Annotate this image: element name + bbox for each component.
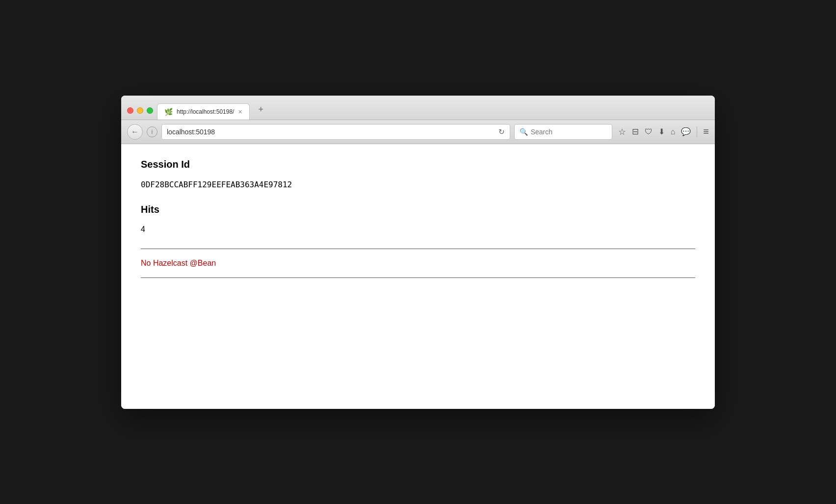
browser-window: 🌿 http://localhost:50198/ × + ← i ↻ 🔍 ☆ … [121,96,715,409]
info-icon: i [152,128,153,135]
reading-list-icon[interactable]: ⊟ [632,126,639,137]
traffic-lights [127,107,153,120]
tab-favicon: 🌿 [164,108,173,116]
address-input[interactable] [167,128,495,136]
menu-icon[interactable]: ≡ [703,126,709,137]
back-icon: ← [131,127,139,136]
bookmark-icon[interactable]: ☆ [618,126,626,137]
divider-bottom [141,277,695,278]
search-input[interactable] [531,128,600,136]
address-bar[interactable]: ↻ [161,124,510,140]
session-id-label: Session Id [141,159,695,170]
new-tab-button[interactable]: + [254,101,269,120]
hits-label: Hits [141,204,695,215]
page-content: Session Id 0DF28BCCABFF129EEFEAB363A4E97… [121,144,715,409]
tab-title: http://localhost:50198/ [177,108,234,115]
home-icon[interactable]: ⌂ [671,127,676,136]
title-bar: 🌿 http://localhost:50198/ × + [121,96,715,120]
nav-bar: ← i ↻ 🔍 ☆ ⊟ 🛡 ⬇ ⌂ 💬 ≡ [121,120,715,144]
error-message: No Hazelcast @Bean [141,259,695,268]
pocket-icon[interactable]: 🛡 [645,127,653,136]
search-bar[interactable]: 🔍 [514,124,612,140]
maximize-button[interactable] [147,107,153,114]
reload-button[interactable]: ↻ [498,127,505,136]
active-tab[interactable]: 🌿 http://localhost:50198/ × [157,103,250,120]
search-icon: 🔍 [520,128,528,136]
toolbar-icons: ☆ ⊟ 🛡 ⬇ ⌂ 💬 ≡ [618,126,709,137]
info-button[interactable]: i [147,126,157,137]
close-button[interactable] [127,107,133,114]
session-id-value: 0DF28BCCABFF129EEFEAB363A4E97812 [141,180,695,189]
hits-value: 4 [141,225,695,234]
download-icon[interactable]: ⬇ [658,127,665,136]
tab-close-button[interactable]: × [238,108,242,115]
minimize-button[interactable] [137,107,143,114]
back-button[interactable]: ← [127,124,143,140]
divider-top [141,249,695,249]
feedback-icon[interactable]: 💬 [681,127,691,136]
toolbar-divider [697,126,697,137]
